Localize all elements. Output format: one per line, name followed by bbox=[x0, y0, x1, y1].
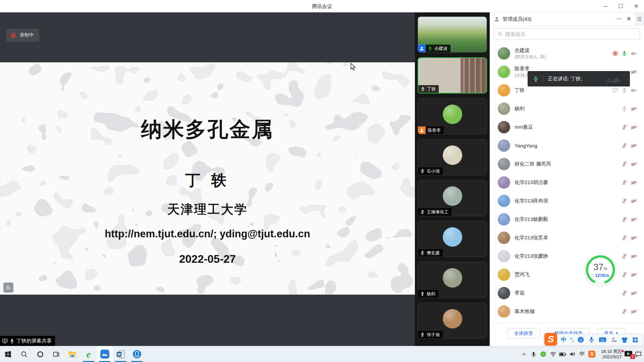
member-row-李迎[interactable]: 李迎 bbox=[490, 284, 644, 302]
video-tile-仝建波[interactable]: 仝建波 bbox=[418, 16, 487, 53]
avatar bbox=[443, 186, 462, 206]
mic-muted-icon[interactable] bbox=[621, 198, 628, 204]
emoji-icon[interactable] bbox=[577, 336, 584, 343]
tray-wifi-icon[interactable] bbox=[548, 346, 557, 362]
tencent-meeting-icon[interactable] bbox=[97, 346, 113, 362]
sogou-logo-icon[interactable]: S bbox=[544, 334, 557, 346]
slide-date: 2022-05-27 bbox=[0, 253, 415, 265]
camera-off-icon[interactable] bbox=[631, 179, 637, 186]
video-tile-丁轶[interactable]: 丁轶 bbox=[418, 57, 487, 94]
meeting-logo-watermark bbox=[604, 74, 625, 84]
maximize-button[interactable]: ☐ bbox=[613, 0, 629, 12]
panel-close-icon[interactable]: ✕ bbox=[627, 12, 631, 26]
upload-speed: 121K/s bbox=[595, 273, 609, 278]
network-speed-ball[interactable]: 37% ↑ 121K/s bbox=[585, 254, 616, 286]
ime-mode-indicator[interactable]: 中 bbox=[561, 336, 567, 344]
tray-antivirus-icon[interactable] bbox=[539, 346, 548, 362]
member-row-YangYang[interactable]: YangYang bbox=[490, 136, 644, 155]
mic-muted-icon[interactable] bbox=[621, 272, 628, 278]
annotation-toolbar-toggle[interactable] bbox=[3, 283, 13, 293]
video-tile-樊玄露[interactable]: 樊玄露 bbox=[418, 221, 487, 257]
camera-off-icon[interactable] bbox=[631, 290, 637, 297]
camera-off-icon[interactable] bbox=[631, 106, 637, 112]
mic-muted-icon[interactable] bbox=[621, 253, 628, 259]
mic-icon[interactable] bbox=[621, 87, 628, 94]
mute-all-button[interactable]: 全体静音 bbox=[507, 328, 540, 339]
mic-muted-icon[interactable] bbox=[621, 142, 628, 149]
voice-input-icon[interactable] bbox=[588, 336, 595, 343]
mic-muted-icon[interactable] bbox=[621, 235, 628, 241]
taskbar-search-icon[interactable] bbox=[16, 346, 32, 362]
member-row-慕木牧穆[interactable]: 慕木牧穆 bbox=[490, 302, 644, 321]
member-search-input[interactable] bbox=[505, 31, 636, 37]
panel-more-icon[interactable]: ⋯ bbox=[616, 12, 623, 26]
camera-off-icon[interactable] bbox=[631, 308, 637, 315]
toolbox-icon[interactable] bbox=[632, 337, 639, 343]
phone-app-icon[interactable] bbox=[129, 346, 145, 362]
member-row-化学213张媛静[interactable]: 化学213张媛静 bbox=[490, 247, 644, 265]
tray-battery-icon[interactable] bbox=[558, 346, 567, 362]
camera-off-icon[interactable] bbox=[631, 69, 637, 75]
word-icon[interactable]: W bbox=[113, 346, 129, 362]
member-row-化学213杨鹏毅[interactable]: 化学213杨鹏毅 bbox=[490, 210, 644, 229]
action-center-icon[interactable] bbox=[634, 346, 643, 362]
mic-muted-icon[interactable] bbox=[621, 161, 628, 167]
mic-muted-icon[interactable] bbox=[621, 179, 628, 186]
avatar bbox=[498, 287, 510, 299]
camera-off-icon[interactable] bbox=[631, 216, 637, 223]
camera-icon[interactable] bbox=[631, 50, 637, 57]
tray-volume-icon[interactable] bbox=[568, 346, 577, 362]
mic-icon[interactable] bbox=[621, 106, 628, 112]
skin-icon[interactable] bbox=[621, 337, 628, 343]
video-tile-石小强[interactable]: 石小强 bbox=[418, 139, 487, 175]
camera-off-icon[interactable] bbox=[631, 161, 637, 168]
member-row-化学213胡洁馨[interactable]: 化学213胡洁馨 bbox=[490, 173, 644, 192]
member-row-材化二班 滕芮芮[interactable]: 材化二班 滕芮芮 bbox=[490, 155, 644, 173]
mic-icon bbox=[420, 86, 425, 92]
member-row-贾鸿飞[interactable]: 贾鸿飞 bbox=[490, 265, 644, 284]
close-button[interactable]: ✕ bbox=[629, 0, 644, 12]
camera-icon[interactable] bbox=[631, 87, 637, 94]
mic-muted-icon[interactable] bbox=[621, 124, 628, 130]
cortana-icon[interactable] bbox=[32, 346, 48, 362]
video-tile-陈香李[interactable]: 陈香李 bbox=[418, 98, 487, 134]
avatar bbox=[498, 66, 510, 78]
taskbar-clock[interactable]: 16:10 周五 2022/5/27 bbox=[597, 349, 623, 360]
video-tile-王琳琳化工[interactable]: 王琳琳化工 bbox=[418, 180, 487, 216]
minimize-button[interactable]: ─ bbox=[598, 0, 613, 12]
video-tile-张子旭[interactable]: 张子旭 bbox=[418, 303, 487, 339]
camera-off-icon[interactable] bbox=[631, 253, 637, 260]
member-row-化学213张芙卓[interactable]: 化学213张芙卓 bbox=[490, 229, 644, 247]
member-row-杨剑[interactable]: 杨剑 bbox=[490, 100, 644, 118]
mic-muted-icon[interactable] bbox=[621, 216, 628, 223]
punctuation-icon[interactable]: °, bbox=[570, 337, 574, 343]
video-tile-杨剑[interactable]: 杨剑 bbox=[418, 262, 487, 298]
camera-off-icon[interactable] bbox=[631, 142, 637, 149]
tray-ime-indicator[interactable]: 中 bbox=[578, 346, 587, 362]
member-row-化学213薛冉琪[interactable]: 化学213薛冉琪 bbox=[490, 192, 644, 210]
ie-browser-icon[interactable]: e bbox=[80, 346, 97, 362]
clock-time: 16:10 周五 bbox=[601, 349, 622, 354]
camera-off-icon[interactable] bbox=[631, 124, 637, 131]
panel-menu-icon[interactable]: ☰ bbox=[635, 12, 644, 26]
mic-on-icon[interactable] bbox=[621, 50, 628, 57]
keyboard-icon[interactable] bbox=[599, 337, 606, 343]
avatar bbox=[498, 305, 510, 318]
camera-off-icon[interactable] bbox=[631, 198, 637, 204]
mic-muted-icon[interactable] bbox=[621, 290, 628, 296]
windows-start-icon[interactable] bbox=[0, 346, 16, 362]
user-mode-icon[interactable]: 15 bbox=[610, 336, 617, 343]
task-view-icon[interactable] bbox=[48, 346, 64, 362]
media-player-icon[interactable]: 2 bbox=[624, 346, 633, 362]
tray-mic-icon[interactable] bbox=[529, 346, 538, 362]
recording-badge[interactable]: 录制中 bbox=[6, 29, 39, 42]
member-row-mm雅豆[interactable]: mm雅豆 bbox=[490, 118, 644, 136]
mic-muted-icon[interactable] bbox=[621, 308, 628, 315]
file-explorer-icon[interactable] bbox=[64, 346, 80, 362]
tray-chevron-up-icon[interactable] bbox=[519, 346, 528, 362]
tray-sogou-icon[interactable]: S bbox=[587, 346, 596, 362]
member-row-仝建波[interactable]: 仝建波 (联席主持人, 我) bbox=[490, 44, 644, 63]
member-name: 丁轶 bbox=[515, 87, 607, 94]
camera-off-icon[interactable] bbox=[631, 272, 637, 278]
camera-off-icon[interactable] bbox=[631, 235, 637, 241]
